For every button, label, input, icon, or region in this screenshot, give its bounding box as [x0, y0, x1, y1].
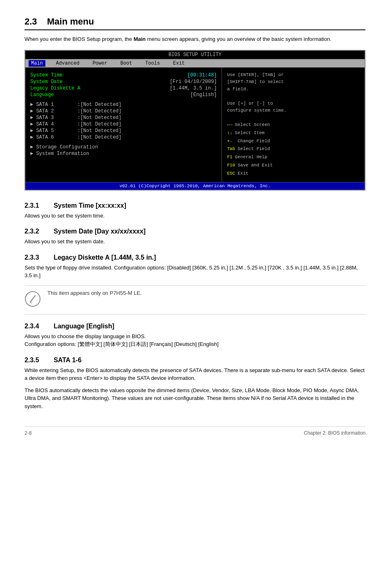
bios-sata-1: ► SATA 1 :[Not Detected] — [30, 102, 217, 108]
bios-item-system-date: System Date [Fri 04/10/2009] — [30, 79, 217, 85]
subsection-title-2-3-5: 2.3.5 SATA 1-6 — [25, 357, 365, 364]
bios-menubar: Main Advanced Power Boot Tools Exit — [25, 59, 365, 67]
section-header: 2.3 Main menu When you enter the BIOS Se… — [25, 16, 365, 43]
page-footer: 2-8 Chapter 2: BIOS information — [25, 426, 365, 436]
bios-key-esc: ESC Exit — [227, 170, 360, 178]
subsection-body-2-3-2: Allows you to set the system date. — [25, 238, 365, 246]
bios-system-info: ► System Information — [30, 151, 217, 157]
subsection-title-2-3-1: 2.3.1 System Time [xx:xx:xx] — [25, 202, 365, 209]
section-intro: When you enter the BIOS Setup program, t… — [25, 35, 365, 43]
bios-menu-main[interactable]: Main — [29, 60, 45, 67]
bios-key-general-help: F1 General Help — [227, 153, 360, 162]
bios-sata-5: ► SATA 5 :[Not Detected] — [30, 128, 217, 134]
svg-line-1 — [30, 296, 35, 302]
bios-footer: v02.61 (C)Copyright 1985-2010, American … — [25, 182, 365, 190]
bios-screenshot: BIOS SETUP UTILITY Main Advanced Power B… — [25, 50, 365, 191]
subsection-body-2-3-3: Sets the type of floppy drive installed.… — [25, 264, 365, 280]
bios-menu-power[interactable]: Power — [90, 60, 110, 67]
note-icon — [25, 291, 41, 310]
bios-body: System Time [00:31:48] System Date [Fri … — [25, 67, 365, 182]
footer-chapter: Chapter 2: BIOS information — [304, 430, 365, 436]
subsection-2-3-5: 2.3.5 SATA 1-6 While entering Setup, the… — [25, 357, 365, 411]
bios-main-panel: System Time [00:31:48] System Date [Fri … — [25, 67, 222, 182]
subsection-2-3-3: 2.3.3 Legacy Diskette A [1.44M, 3.5 in.]… — [25, 254, 365, 280]
pencil-icon — [25, 291, 41, 307]
svg-line-2 — [30, 302, 31, 303]
subsection-body-2-3-4: Allows you to choose the display languag… — [25, 332, 365, 348]
bios-header: BIOS SETUP UTILITY — [25, 51, 365, 59]
note-text: This item appears only on P7H55-M LE. — [47, 290, 142, 296]
bios-key-legend: ↔→ Select Screen ↕↓ Select Item +- Chang… — [227, 121, 360, 178]
subsection-2-3-4: 2.3.4 Language [English] Allows you to c… — [25, 323, 365, 348]
footer-page-number: 2-8 — [25, 430, 31, 436]
bios-menu-boot[interactable]: Boot — [118, 60, 134, 67]
section-title: 2.3 Main menu — [25, 16, 365, 30]
bios-key-save-exit: F10 Save and Exit — [227, 162, 360, 170]
bios-storage-config: ► Storage Configuration — [30, 144, 217, 150]
bios-key-change-field: +- Change Field — [227, 137, 360, 146]
bios-help-text: Use [ENTER], [TAB] or [SHIFT-TAB] to sel… — [227, 72, 360, 115]
bios-menu-advanced[interactable]: Advanced — [54, 60, 82, 67]
subsection-body1-2-3-5: While entering Setup, the BIOS automatic… — [25, 366, 365, 382]
bios-sata-6: ► SATA 6 :[Not Detected] — [30, 135, 217, 140]
note-box: This item appears only on P7H55-M LE. — [25, 285, 365, 314]
bios-sata-group: ► SATA 1 :[Not Detected] ► SATA 2 :[Not … — [30, 102, 217, 140]
bios-key-select-field: Tab Select Field — [227, 145, 360, 153]
subsection-body2-2-3-5: The BIOS automatically detects the value… — [25, 386, 365, 411]
subsection-title-2-3-3: 2.3.3 Legacy Diskette A [1.44M, 3.5 in.] — [25, 254, 365, 261]
bios-menu-exit[interactable]: Exit — [170, 60, 187, 67]
bios-sata-2: ► SATA 2 :[Not Detected] — [30, 108, 217, 114]
subsection-2-3-1: 2.3.1 System Time [xx:xx:xx] Allows you … — [25, 202, 365, 220]
bios-item-legacy-diskette: Legacy Diskette A [1.44M, 3.5 in.] — [30, 85, 217, 91]
bios-sata-3: ► SATA 3 :[Not Detected] — [30, 115, 217, 121]
subsection-2-3-2: 2.3.2 System Date [Day xx/xx/xxxx] Allow… — [25, 228, 365, 246]
bios-submenu-group: ► Storage Configuration ► System Informa… — [30, 144, 217, 157]
subsection-body-2-3-1: Allows you to set the system time. — [25, 212, 365, 220]
subsection-title-2-3-4: 2.3.4 Language [English] — [25, 323, 365, 330]
subsection-title-2-3-2: 2.3.2 System Date [Day xx/xx/xxxx] — [25, 228, 365, 235]
bios-help-panel: Use [ENTER], [TAB] or [SHIFT-TAB] to sel… — [222, 67, 365, 182]
bios-key-select-screen: ↔→ Select Screen — [227, 121, 360, 129]
bios-sata-4: ► SATA 4 :[Not Detected] — [30, 121, 217, 127]
bios-item-language: Language [English] — [30, 92, 217, 98]
bios-menu-tools[interactable]: Tools — [143, 60, 162, 67]
bios-key-select-item: ↕↓ Select Item — [227, 129, 360, 137]
bios-item-system-time: System Time [00:31:48] — [30, 72, 217, 78]
